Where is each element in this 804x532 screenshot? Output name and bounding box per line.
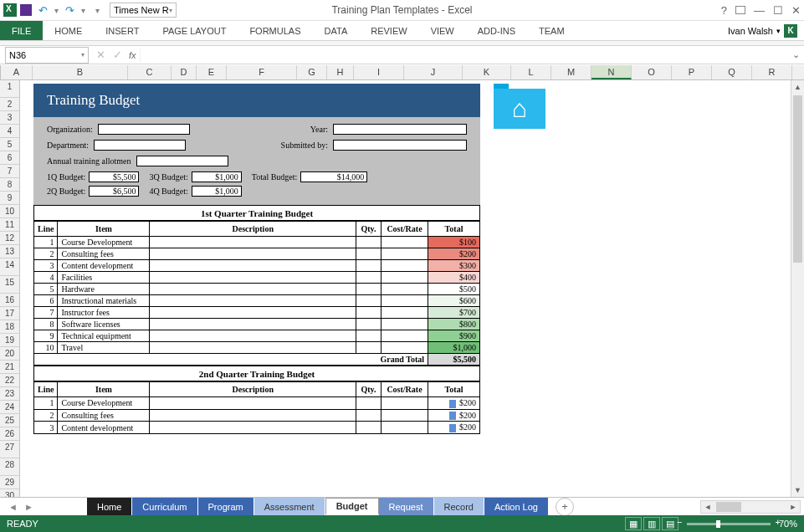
scroll-down-icon[interactable]: ▼ xyxy=(791,483,804,497)
tab-insert[interactable]: INSERT xyxy=(94,21,151,40)
row-header[interactable]: 26 xyxy=(0,427,19,441)
row-header[interactable]: 1 xyxy=(0,80,19,98)
table-row[interactable]: 2Consulting fees$200 xyxy=(34,409,480,422)
row-header[interactable]: 28 xyxy=(0,458,19,476)
tab-home[interactable]: HOME xyxy=(43,21,94,40)
table-row[interactable]: 4Facilities$400 xyxy=(34,272,480,284)
expand-formula-icon[interactable]: ⌄ xyxy=(787,49,804,60)
view-page-break-icon[interactable]: ▤ xyxy=(662,517,679,530)
tab-team[interactable]: TEAM xyxy=(527,21,576,40)
row-header[interactable]: 25 xyxy=(0,414,19,427)
col-header[interactable]: D xyxy=(172,65,197,79)
maximize-icon[interactable]: ☐ xyxy=(773,4,783,17)
table-row[interactable]: 1Course Development$200 xyxy=(34,397,480,410)
col-header[interactable]: S xyxy=(792,65,804,79)
zoom-level[interactable]: 70% xyxy=(779,519,797,529)
row-header[interactable]: 14 xyxy=(0,258,19,276)
table-row[interactable]: 9Technical equipment$900 xyxy=(34,330,480,342)
row-header[interactable]: 2 xyxy=(0,98,19,111)
redo-icon[interactable]: ↷ xyxy=(65,4,74,17)
row-header[interactable]: 4 xyxy=(0,125,19,138)
row-header[interactable]: 9 xyxy=(0,192,19,205)
formula-input[interactable] xyxy=(140,48,787,63)
vertical-scrollbar[interactable]: ▲ ▼ xyxy=(791,80,804,497)
save-icon[interactable] xyxy=(20,4,32,16)
value-q3[interactable]: $1,000 xyxy=(192,171,242,182)
row-header[interactable]: 21 xyxy=(0,361,19,374)
row-header[interactable]: 20 xyxy=(0,347,19,361)
table-row[interactable]: 6Instructional materials$600 xyxy=(34,295,480,307)
value-q4[interactable]: $1,000 xyxy=(192,186,242,197)
font-dropdown[interactable]: Times New R ▾ xyxy=(110,3,177,18)
col-header[interactable]: B xyxy=(33,65,128,79)
value-totalb[interactable]: $14,000 xyxy=(300,171,367,182)
table-row[interactable]: 7Instructor fees$700 xyxy=(34,307,480,319)
sheet-tab-assessment[interactable]: Assessment xyxy=(254,498,325,515)
home-folder-graphic[interactable]: ⌂ xyxy=(494,84,545,130)
field-department[interactable] xyxy=(94,140,186,151)
scroll-right-icon[interactable]: ► xyxy=(786,501,800,513)
sheet-tab-budget[interactable]: Budget xyxy=(325,498,379,515)
cells-area[interactable]: Training Budget Organization: Year: Depa… xyxy=(20,80,804,497)
col-header[interactable]: O xyxy=(632,65,672,79)
col-header[interactable]: G xyxy=(297,65,327,79)
row-header[interactable]: 22 xyxy=(0,374,19,387)
table-row[interactable]: 2Consulting fees$200 xyxy=(34,248,480,260)
sheet-tab-action-log[interactable]: Action Log xyxy=(484,498,549,515)
col-header[interactable]: P xyxy=(672,65,712,79)
help-icon[interactable]: ? xyxy=(721,4,727,17)
tab-page-layout[interactable]: PAGE LAYOUT xyxy=(151,21,238,40)
ribbon-options-icon[interactable] xyxy=(735,6,745,14)
col-header[interactable]: C xyxy=(128,65,172,79)
sheet-tab-request[interactable]: Request xyxy=(379,498,434,515)
row-header[interactable]: 30 xyxy=(0,489,19,497)
table-row[interactable]: 5Hardware$500 xyxy=(34,284,480,295)
row-header[interactable]: 11 xyxy=(0,218,19,232)
row-header[interactable]: 23 xyxy=(0,387,19,401)
row-header[interactable]: 29 xyxy=(0,476,19,489)
cancel-formula-icon[interactable]: ✕ xyxy=(92,49,109,61)
table-row[interactable]: 8Software licenses$800 xyxy=(34,319,480,330)
tab-formulas[interactable]: FORMULAS xyxy=(238,21,312,40)
col-header[interactable]: I xyxy=(354,65,404,79)
table-row[interactable]: 1Course Development$100 xyxy=(34,237,480,248)
col-header[interactable]: J xyxy=(404,65,463,79)
col-header[interactable]: N xyxy=(591,65,632,79)
field-submitted[interactable] xyxy=(333,140,467,151)
row-header[interactable]: 3 xyxy=(0,111,19,125)
col-header[interactable]: E xyxy=(197,65,227,79)
col-header[interactable]: K xyxy=(463,65,511,79)
row-header[interactable]: 15 xyxy=(0,276,19,294)
name-box[interactable]: N36 ▾ xyxy=(5,47,89,64)
sheet-tab-home[interactable]: Home xyxy=(87,498,132,515)
undo-more-icon[interactable]: ▾ xyxy=(54,6,59,15)
table-row[interactable]: 10Travel$1,000 xyxy=(34,342,480,354)
col-header[interactable]: L xyxy=(511,65,551,79)
sheet-tab-program[interactable]: Program xyxy=(198,498,254,515)
tab-add-ins[interactable]: ADD-INS xyxy=(466,21,527,40)
account-area[interactable]: Ivan Walsh ▾ K xyxy=(728,21,804,40)
col-header[interactable]: A xyxy=(1,65,33,79)
value-q2[interactable]: $6,500 xyxy=(89,186,139,197)
tab-view[interactable]: VIEW xyxy=(419,21,466,40)
col-header[interactable]: H xyxy=(327,65,354,79)
table-row[interactable]: 3Content development$200 xyxy=(34,422,480,434)
zoom-slider[interactable] xyxy=(687,523,771,525)
view-page-layout-icon[interactable]: ▥ xyxy=(643,517,660,530)
col-header[interactable]: Q xyxy=(712,65,752,79)
close-icon[interactable]: ✕ xyxy=(791,4,801,17)
view-normal-icon[interactable]: ▦ xyxy=(625,517,642,530)
add-sheet-button[interactable]: + xyxy=(556,498,574,516)
table-row[interactable]: 3Content development$300 xyxy=(34,260,480,272)
fx-icon[interactable]: fx xyxy=(129,50,136,60)
sheet-tab-curriculum[interactable]: Curriculum xyxy=(132,498,197,515)
row-header[interactable]: 13 xyxy=(0,245,19,258)
accept-formula-icon[interactable]: ✓ xyxy=(109,49,125,61)
row-header[interactable]: 10 xyxy=(0,205,19,218)
col-header[interactable]: M xyxy=(551,65,591,79)
scroll-left-icon[interactable]: ◄ xyxy=(701,501,714,513)
scroll-thumb[interactable] xyxy=(793,95,802,263)
row-header[interactable]: 16 xyxy=(0,294,19,307)
row-header[interactable]: 5 xyxy=(0,138,19,151)
row-header[interactable]: 7 xyxy=(0,165,19,178)
